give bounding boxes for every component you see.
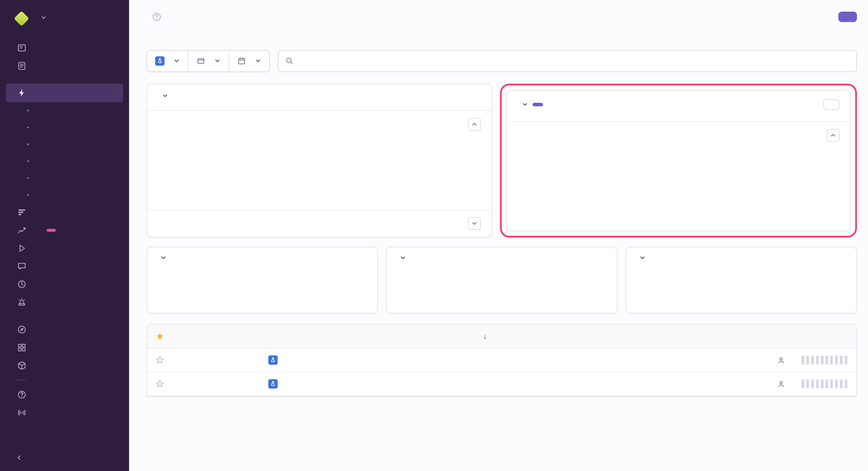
star-toggle[interactable]: [147, 348, 173, 372]
p95-cell: [556, 353, 618, 367]
new-badge: [532, 103, 543, 106]
bullet-dot: [27, 110, 29, 111]
flask-project-icon: [268, 379, 278, 389]
slow-http-ops-panel: [147, 83, 492, 238]
users-cell: [743, 349, 792, 371]
transaction-list-item: [147, 210, 491, 237]
tpm-cell: [434, 377, 494, 391]
sidebar-item-whats-new[interactable]: [0, 404, 129, 422]
search-icon: [285, 56, 293, 65]
sidebar-item-discover[interactable]: [0, 321, 129, 339]
users-cell: [743, 373, 792, 395]
operation-cell: [312, 377, 370, 391]
tabs: [147, 33, 857, 38]
column-header-apdex[interactable]: [688, 329, 743, 344]
expand-toggle-button[interactable]: [468, 217, 481, 230]
tpm-chart: [182, 271, 368, 305]
time-consuming-domains-chart: [541, 152, 839, 212]
column-header-transaction[interactable]: [173, 329, 261, 344]
sidebar-item-issues[interactable]: [0, 39, 129, 57]
sidebar-item-performance[interactable]: [6, 83, 123, 102]
sidebar-item-help[interactable]: [0, 385, 129, 404]
operation-cell: [312, 353, 370, 367]
sidebar-item-releases[interactable]: [0, 357, 129, 375]
chevron-down-icon[interactable]: [162, 93, 168, 99]
column-header-project[interactable]: [261, 329, 312, 344]
column-header-failure-rate[interactable]: [618, 329, 688, 344]
bullet-dot: [27, 160, 29, 162]
bullet-dot: [27, 127, 29, 128]
column-header-user-misery[interactable]: [792, 329, 856, 344]
project-filter[interactable]: [147, 51, 188, 71]
widget-panels: [147, 83, 857, 238]
chevron-down-icon[interactable]: [160, 255, 166, 261]
sidebar-item-app-starts[interactable]: [0, 170, 129, 187]
view-trends-button[interactable]: [838, 12, 857, 22]
collapse-toggle-button[interactable]: [468, 118, 481, 131]
http-method-cell: [370, 353, 434, 367]
sidebar-collapse-button[interactable]: [0, 445, 129, 471]
sidebar-item-profiling[interactable]: [0, 203, 129, 221]
sidebar-item-metrics[interactable]: [0, 221, 129, 239]
p50-duration-card: [626, 247, 857, 314]
main-content: ↓: [129, 0, 868, 471]
http-method-cell: [370, 377, 434, 391]
chart-area: [396, 264, 608, 305]
sidebar-item-projects[interactable]: [0, 57, 129, 75]
sidebar-item-web-vitals[interactable]: [0, 136, 129, 153]
sidebar-item-queries[interactable]: [0, 102, 129, 119]
star-outline-icon: [155, 356, 164, 365]
profiling-icon: [17, 207, 27, 217]
chart-area: [636, 264, 847, 305]
question-circle-icon[interactable]: [152, 12, 162, 22]
star-toggle[interactable]: [147, 372, 173, 396]
column-header-p50[interactable]: [494, 329, 556, 344]
chevron-down-icon[interactable]: [640, 255, 645, 261]
failure-rate-cell: [618, 377, 688, 391]
chevron-down-icon[interactable]: [522, 102, 528, 107]
p50-cell: [494, 353, 556, 367]
highlight-ring: [500, 83, 857, 238]
sidebar-item-replays[interactable]: [0, 239, 129, 257]
column-header-users[interactable]: [743, 329, 792, 344]
user-icon: [777, 356, 785, 364]
sort-desc-icon: ↓: [483, 332, 487, 340]
bullet-dot: [27, 194, 29, 196]
p95-cell: [556, 377, 618, 391]
apdex-cell: [688, 377, 743, 391]
sidebar-item-user-feedback[interactable]: [0, 257, 129, 275]
sidebar-item-resources[interactable]: [0, 187, 129, 203]
flask-project-icon: [155, 56, 164, 66]
replays-icon: [17, 243, 27, 253]
chevron-down-icon[interactable]: [400, 255, 406, 261]
sidebar-item-crons[interactable]: [0, 275, 129, 293]
transaction-list-item: [147, 111, 491, 138]
beta-badge: [46, 229, 56, 232]
column-header-tpm[interactable]: ↓: [434, 325, 494, 348]
bullet-dot: [27, 143, 29, 145]
column-header-http-method[interactable]: [370, 329, 434, 344]
flask-project-icon: [268, 356, 278, 365]
y-axis-labels: [156, 271, 177, 305]
org-meta: [37, 15, 46, 22]
transactions-per-minute-card: [147, 247, 378, 314]
org-switcher[interactable]: [0, 0, 129, 35]
sidebar-item-requests[interactable]: [0, 119, 129, 136]
transactions-table: ↓: [147, 324, 857, 397]
star-column-header[interactable]: [147, 325, 173, 348]
chevron-down-icon: [174, 58, 180, 64]
view-all-button[interactable]: [823, 99, 839, 110]
sidebar-item-alerts[interactable]: [0, 293, 129, 311]
column-header-p95[interactable]: [556, 329, 618, 344]
column-header-operation[interactable]: [312, 329, 370, 344]
search-input[interactable]: [278, 50, 857, 72]
sidebar-item-screen-loads[interactable]: [0, 153, 129, 170]
collapse-toggle-button[interactable]: [827, 129, 839, 142]
date-range-filter[interactable]: [228, 51, 269, 71]
p50-duration-chart: [661, 271, 847, 305]
chart-area: [156, 264, 368, 305]
sidebar-divider: [17, 380, 26, 380]
environment-filter[interactable]: [188, 51, 228, 71]
sidebar-item-dashboards[interactable]: [0, 339, 129, 357]
table-header-row: ↓: [147, 325, 856, 348]
